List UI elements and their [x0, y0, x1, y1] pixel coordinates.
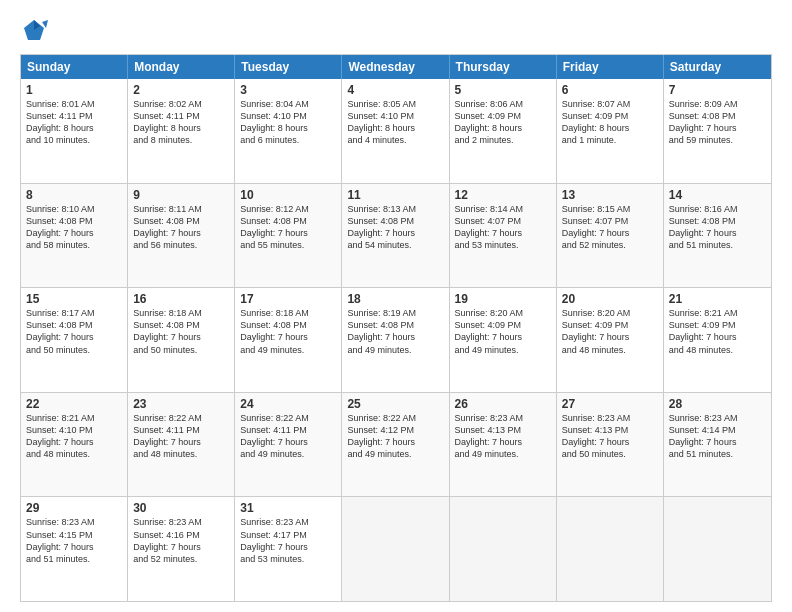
cal-row-4: 22Sunrise: 8:21 AM Sunset: 4:10 PM Dayli…	[21, 392, 771, 497]
cal-cell-day-2: 2Sunrise: 8:02 AM Sunset: 4:11 PM Daylig…	[128, 79, 235, 183]
day-number: 17	[240, 292, 336, 306]
day-data: Sunrise: 8:09 AM Sunset: 4:08 PM Dayligh…	[669, 98, 766, 147]
day-number: 16	[133, 292, 229, 306]
cal-row-5: 29Sunrise: 8:23 AM Sunset: 4:15 PM Dayli…	[21, 496, 771, 601]
day-data: Sunrise: 8:22 AM Sunset: 4:12 PM Dayligh…	[347, 412, 443, 461]
cal-cell-day-3: 3Sunrise: 8:04 AM Sunset: 4:10 PM Daylig…	[235, 79, 342, 183]
calendar-body: 1Sunrise: 8:01 AM Sunset: 4:11 PM Daylig…	[21, 79, 771, 601]
day-number: 21	[669, 292, 766, 306]
day-data: Sunrise: 8:05 AM Sunset: 4:10 PM Dayligh…	[347, 98, 443, 147]
day-data: Sunrise: 8:18 AM Sunset: 4:08 PM Dayligh…	[133, 307, 229, 356]
day-data: Sunrise: 8:04 AM Sunset: 4:10 PM Dayligh…	[240, 98, 336, 147]
day-number: 22	[26, 397, 122, 411]
cal-cell-day-22: 22Sunrise: 8:21 AM Sunset: 4:10 PM Dayli…	[21, 393, 128, 497]
calendar: SundayMondayTuesdayWednesdayThursdayFrid…	[20, 54, 772, 602]
day-data: Sunrise: 8:07 AM Sunset: 4:09 PM Dayligh…	[562, 98, 658, 147]
cal-cell-day-11: 11Sunrise: 8:13 AM Sunset: 4:08 PM Dayli…	[342, 184, 449, 288]
day-number: 26	[455, 397, 551, 411]
day-data: Sunrise: 8:23 AM Sunset: 4:15 PM Dayligh…	[26, 516, 122, 565]
day-number: 31	[240, 501, 336, 515]
cal-cell-day-29: 29Sunrise: 8:23 AM Sunset: 4:15 PM Dayli…	[21, 497, 128, 601]
cal-cell-day-14: 14Sunrise: 8:16 AM Sunset: 4:08 PM Dayli…	[664, 184, 771, 288]
day-number: 25	[347, 397, 443, 411]
day-number: 7	[669, 83, 766, 97]
day-number: 9	[133, 188, 229, 202]
cal-cell-day-18: 18Sunrise: 8:19 AM Sunset: 4:08 PM Dayli…	[342, 288, 449, 392]
day-data: Sunrise: 8:10 AM Sunset: 4:08 PM Dayligh…	[26, 203, 122, 252]
cal-cell-day-13: 13Sunrise: 8:15 AM Sunset: 4:07 PM Dayli…	[557, 184, 664, 288]
day-number: 19	[455, 292, 551, 306]
day-number: 4	[347, 83, 443, 97]
cal-cell-day-30: 30Sunrise: 8:23 AM Sunset: 4:16 PM Dayli…	[128, 497, 235, 601]
calendar-header: SundayMondayTuesdayWednesdayThursdayFrid…	[21, 55, 771, 79]
day-number: 14	[669, 188, 766, 202]
day-data: Sunrise: 8:22 AM Sunset: 4:11 PM Dayligh…	[240, 412, 336, 461]
cal-cell-empty	[557, 497, 664, 601]
cal-header-wednesday: Wednesday	[342, 55, 449, 79]
day-number: 24	[240, 397, 336, 411]
day-data: Sunrise: 8:20 AM Sunset: 4:09 PM Dayligh…	[562, 307, 658, 356]
svg-marker-2	[42, 20, 48, 28]
day-data: Sunrise: 8:14 AM Sunset: 4:07 PM Dayligh…	[455, 203, 551, 252]
day-data: Sunrise: 8:22 AM Sunset: 4:11 PM Dayligh…	[133, 412, 229, 461]
day-data: Sunrise: 8:17 AM Sunset: 4:08 PM Dayligh…	[26, 307, 122, 356]
cal-cell-day-8: 8Sunrise: 8:10 AM Sunset: 4:08 PM Daylig…	[21, 184, 128, 288]
day-data: Sunrise: 8:23 AM Sunset: 4:13 PM Dayligh…	[455, 412, 551, 461]
page: SundayMondayTuesdayWednesdayThursdayFrid…	[0, 0, 792, 612]
day-number: 3	[240, 83, 336, 97]
day-number: 13	[562, 188, 658, 202]
cal-cell-day-31: 31Sunrise: 8:23 AM Sunset: 4:17 PM Dayli…	[235, 497, 342, 601]
logo-icon	[20, 16, 48, 44]
day-number: 8	[26, 188, 122, 202]
day-number: 10	[240, 188, 336, 202]
cal-row-2: 8Sunrise: 8:10 AM Sunset: 4:08 PM Daylig…	[21, 183, 771, 288]
day-data: Sunrise: 8:01 AM Sunset: 4:11 PM Dayligh…	[26, 98, 122, 147]
day-number: 18	[347, 292, 443, 306]
day-data: Sunrise: 8:21 AM Sunset: 4:09 PM Dayligh…	[669, 307, 766, 356]
day-data: Sunrise: 8:13 AM Sunset: 4:08 PM Dayligh…	[347, 203, 443, 252]
cal-cell-empty	[664, 497, 771, 601]
cal-cell-day-20: 20Sunrise: 8:20 AM Sunset: 4:09 PM Dayli…	[557, 288, 664, 392]
day-data: Sunrise: 8:20 AM Sunset: 4:09 PM Dayligh…	[455, 307, 551, 356]
cal-header-thursday: Thursday	[450, 55, 557, 79]
cal-header-saturday: Saturday	[664, 55, 771, 79]
day-data: Sunrise: 8:23 AM Sunset: 4:16 PM Dayligh…	[133, 516, 229, 565]
cal-cell-day-4: 4Sunrise: 8:05 AM Sunset: 4:10 PM Daylig…	[342, 79, 449, 183]
day-number: 20	[562, 292, 658, 306]
day-number: 15	[26, 292, 122, 306]
day-data: Sunrise: 8:19 AM Sunset: 4:08 PM Dayligh…	[347, 307, 443, 356]
day-number: 11	[347, 188, 443, 202]
logo	[20, 16, 52, 44]
cal-cell-day-7: 7Sunrise: 8:09 AM Sunset: 4:08 PM Daylig…	[664, 79, 771, 183]
day-data: Sunrise: 8:02 AM Sunset: 4:11 PM Dayligh…	[133, 98, 229, 147]
day-number: 5	[455, 83, 551, 97]
day-number: 6	[562, 83, 658, 97]
cal-cell-day-10: 10Sunrise: 8:12 AM Sunset: 4:08 PM Dayli…	[235, 184, 342, 288]
cal-cell-day-1: 1Sunrise: 8:01 AM Sunset: 4:11 PM Daylig…	[21, 79, 128, 183]
day-number: 12	[455, 188, 551, 202]
day-data: Sunrise: 8:18 AM Sunset: 4:08 PM Dayligh…	[240, 307, 336, 356]
day-number: 23	[133, 397, 229, 411]
cal-header-monday: Monday	[128, 55, 235, 79]
cal-cell-day-6: 6Sunrise: 8:07 AM Sunset: 4:09 PM Daylig…	[557, 79, 664, 183]
cal-header-sunday: Sunday	[21, 55, 128, 79]
day-number: 2	[133, 83, 229, 97]
cal-cell-day-23: 23Sunrise: 8:22 AM Sunset: 4:11 PM Dayli…	[128, 393, 235, 497]
cal-cell-empty	[450, 497, 557, 601]
cal-cell-day-21: 21Sunrise: 8:21 AM Sunset: 4:09 PM Dayli…	[664, 288, 771, 392]
day-data: Sunrise: 8:23 AM Sunset: 4:17 PM Dayligh…	[240, 516, 336, 565]
day-data: Sunrise: 8:21 AM Sunset: 4:10 PM Dayligh…	[26, 412, 122, 461]
cal-cell-empty	[342, 497, 449, 601]
day-data: Sunrise: 8:06 AM Sunset: 4:09 PM Dayligh…	[455, 98, 551, 147]
cal-cell-day-17: 17Sunrise: 8:18 AM Sunset: 4:08 PM Dayli…	[235, 288, 342, 392]
day-data: Sunrise: 8:11 AM Sunset: 4:08 PM Dayligh…	[133, 203, 229, 252]
header	[20, 16, 772, 44]
cal-cell-day-28: 28Sunrise: 8:23 AM Sunset: 4:14 PM Dayli…	[664, 393, 771, 497]
cal-cell-day-27: 27Sunrise: 8:23 AM Sunset: 4:13 PM Dayli…	[557, 393, 664, 497]
day-number: 30	[133, 501, 229, 515]
day-data: Sunrise: 8:12 AM Sunset: 4:08 PM Dayligh…	[240, 203, 336, 252]
cal-header-tuesday: Tuesday	[235, 55, 342, 79]
cal-row-1: 1Sunrise: 8:01 AM Sunset: 4:11 PM Daylig…	[21, 79, 771, 183]
day-number: 27	[562, 397, 658, 411]
cal-cell-day-9: 9Sunrise: 8:11 AM Sunset: 4:08 PM Daylig…	[128, 184, 235, 288]
